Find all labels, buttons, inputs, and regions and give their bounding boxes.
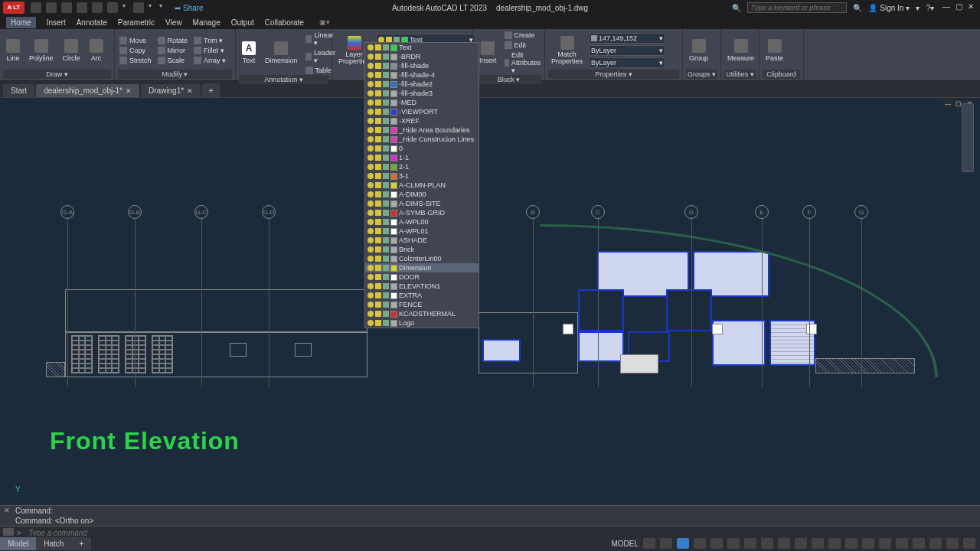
search-go-icon[interactable]: 🔍 bbox=[853, 4, 862, 12]
mirror-button[interactable]: Mirror bbox=[156, 46, 190, 55]
arc-button[interactable]: Arc bbox=[87, 31, 106, 70]
panel-block-label[interactable]: Block ▾ bbox=[476, 75, 541, 84]
layer-row[interactable]: EXTRA bbox=[365, 291, 479, 300]
status-otrack-icon[interactable] bbox=[744, 538, 756, 549]
qat-saveas-icon[interactable] bbox=[77, 2, 87, 13]
qat-undo-dropdown-icon[interactable]: ▾ bbox=[122, 2, 129, 13]
layer-row[interactable]: A-SYMB-GRID bbox=[365, 208, 479, 217]
layer-row[interactable]: A-DIM00 bbox=[365, 190, 479, 199]
polyline-button[interactable]: Polyline bbox=[26, 31, 57, 70]
search-input[interactable] bbox=[747, 2, 847, 13]
fillet-button[interactable]: Fillet ▾ bbox=[192, 46, 227, 55]
line-button[interactable]: Line bbox=[3, 31, 23, 70]
window-maximize-button[interactable]: ▢ bbox=[952, 2, 965, 13]
layer-row[interactable]: -fill-shade3 bbox=[365, 89, 479, 98]
layer-row[interactable]: ColcnterLin00 bbox=[365, 254, 479, 263]
status-quickprops-icon[interactable] bbox=[879, 538, 891, 549]
stretch-button[interactable]: Stretch bbox=[118, 56, 153, 65]
filetab-start[interactable]: Start bbox=[3, 84, 34, 97]
status-annomon-icon[interactable] bbox=[845, 538, 858, 549]
filetab-dealership[interactable]: dealership_mod_obj-1*✕ bbox=[36, 84, 139, 97]
qat-undo-icon[interactable] bbox=[107, 2, 118, 13]
scale-button[interactable]: Scale bbox=[156, 56, 190, 65]
signin-button[interactable]: 👤Sign In▾ bbox=[868, 4, 910, 12]
layer-row[interactable]: ASHADE bbox=[365, 236, 479, 245]
panel-groups-label[interactable]: Groups ▾ bbox=[686, 70, 717, 79]
status-lockui-icon[interactable] bbox=[896, 538, 908, 549]
search-icon[interactable]: 🔍 bbox=[732, 4, 741, 12]
status-cycling-icon[interactable] bbox=[795, 538, 807, 549]
create-button[interactable]: Create bbox=[503, 31, 545, 40]
panel-annotation-label[interactable]: Annotation ▾ bbox=[239, 75, 328, 84]
layout-tab-hatch[interactable]: Hatch bbox=[36, 537, 71, 550]
panel-modify-label[interactable]: Modify ▾ bbox=[118, 70, 232, 79]
tab-home[interactable]: Home bbox=[6, 17, 36, 28]
close-icon[interactable]: ✕ bbox=[126, 87, 132, 95]
qat-redo-icon[interactable] bbox=[133, 2, 144, 13]
layer-row[interactable]: -MED bbox=[365, 98, 479, 107]
layer-row[interactable]: A-WPL00 bbox=[365, 217, 479, 227]
status-units-icon[interactable] bbox=[862, 538, 874, 549]
window-close-button[interactable]: ✕ bbox=[965, 2, 977, 13]
edit-attributes-button[interactable]: Edit Attributes ▾ bbox=[503, 51, 545, 75]
layer-row[interactable]: Text bbox=[365, 43, 479, 52]
layout-tab-model[interactable]: Model bbox=[0, 537, 36, 550]
tab-manage[interactable]: Manage bbox=[193, 18, 220, 27]
panel-utilities-label[interactable]: Utilities ▾ bbox=[724, 70, 756, 79]
layer-row[interactable]: A-WPL01 bbox=[365, 227, 479, 236]
layer-row[interactable]: KCADSTHERMAL bbox=[365, 309, 479, 318]
tab-output[interactable]: Output bbox=[231, 18, 254, 27]
layer-row[interactable]: -fill-shade bbox=[365, 61, 479, 70]
layer-row[interactable]: _Hide Construcion Lines bbox=[365, 135, 479, 144]
tab-overflow-icon[interactable]: ▣▾ bbox=[319, 18, 330, 26]
filetab-new[interactable]: + bbox=[202, 83, 219, 97]
tab-parametric[interactable]: Parametric bbox=[118, 18, 155, 27]
dimension-button[interactable]: Dimension bbox=[262, 31, 301, 75]
layer-row[interactable]: FENCE bbox=[365, 300, 479, 309]
close-icon[interactable]: ✕ bbox=[187, 87, 193, 95]
tab-view[interactable]: View bbox=[165, 18, 182, 27]
tab-insert[interactable]: Insert bbox=[47, 18, 66, 27]
copy-button[interactable]: Copy bbox=[118, 46, 153, 55]
filetab-drawing1[interactable]: Drawing1*✕ bbox=[141, 84, 201, 97]
measure-button[interactable]: Measure bbox=[724, 31, 757, 70]
navigation-bar[interactable] bbox=[962, 103, 974, 172]
app-icon[interactable]: A LT bbox=[3, 2, 24, 14]
layer-row[interactable]: 2-1 bbox=[365, 162, 479, 171]
status-ortho-icon[interactable] bbox=[677, 538, 689, 549]
qat-new-icon[interactable] bbox=[31, 2, 41, 13]
layer-row[interactable]: 0 bbox=[365, 144, 479, 153]
layer-row[interactable]: Brick bbox=[365, 245, 479, 254]
layer-row[interactable]: -fill-shade-4 bbox=[365, 70, 479, 80]
circle-button[interactable]: Circle bbox=[60, 31, 83, 70]
status-customize-icon[interactable] bbox=[963, 538, 975, 549]
panel-draw-label[interactable]: Draw ▾ bbox=[3, 70, 111, 79]
qat-open-icon[interactable] bbox=[46, 2, 57, 13]
layer-row[interactable]: _Hide Area Boundaries bbox=[365, 126, 479, 135]
layer-row[interactable]: Dimension bbox=[365, 263, 479, 272]
qat-save-icon[interactable] bbox=[61, 2, 72, 13]
share-button[interactable]: ➦Share bbox=[175, 4, 204, 12]
status-cleanscreen-icon[interactable] bbox=[946, 538, 959, 549]
match-properties-button[interactable]: Match Properties bbox=[548, 31, 586, 70]
layer-row[interactable]: 3-1 bbox=[365, 171, 479, 181]
status-model-button[interactable]: MODEL bbox=[611, 540, 639, 548]
status-transparency-icon[interactable] bbox=[778, 538, 790, 549]
layer-row[interactable]: -XREF bbox=[365, 116, 479, 126]
edit-button[interactable]: Edit bbox=[503, 41, 545, 50]
layer-row[interactable]: Logo bbox=[365, 318, 479, 328]
status-annoscale-icon[interactable] bbox=[812, 538, 824, 549]
array-button[interactable]: Array ▾ bbox=[192, 56, 227, 65]
tab-collaborate[interactable]: Collaborate bbox=[265, 18, 304, 27]
status-snap-icon[interactable] bbox=[660, 538, 672, 549]
status-workspace-icon[interactable] bbox=[828, 538, 841, 549]
status-isodraft-icon[interactable] bbox=[710, 538, 723, 549]
layer-list-dropdown[interactable]: Text-BRDR-fill-shade-fill-shade-4-fill-s… bbox=[364, 42, 479, 328]
qat-redo-dropdown-icon[interactable]: ▾ bbox=[149, 2, 155, 13]
drawing-canvas[interactable]: G-A G-B G-C G-D B C D E F G Front Elevat… bbox=[0, 98, 980, 505]
status-lineweight-icon[interactable] bbox=[761, 538, 773, 549]
layer-row[interactable]: A-DIMS-SITE bbox=[365, 199, 479, 208]
insert-button[interactable]: Insert bbox=[476, 31, 500, 75]
layer-row[interactable]: -fill-shade2 bbox=[365, 80, 479, 89]
layer-row[interactable]: A-CLMN-PLAN bbox=[365, 181, 479, 190]
